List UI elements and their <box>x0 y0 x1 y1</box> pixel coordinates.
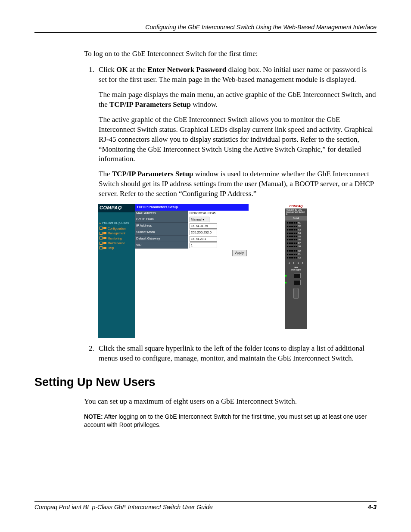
led-icon[interactable] <box>289 239 290 240</box>
led-icon[interactable] <box>292 250 293 252</box>
led-icon[interactable] <box>294 246 295 247</box>
led-icon[interactable] <box>292 222 293 224</box>
tree-item-help[interactable]: Help <box>98 246 135 250</box>
led-icon[interactable] <box>287 250 288 252</box>
led-icon[interactable] <box>294 226 295 227</box>
led-icon[interactable] <box>294 250 295 252</box>
led-icon[interactable] <box>287 222 288 224</box>
led-icon[interactable] <box>294 233 295 234</box>
led-icon[interactable] <box>296 239 297 240</box>
link-led-icon <box>285 282 286 283</box>
intro-text: To log on to the GbE Interconnect Switch… <box>84 49 377 59</box>
led-icon[interactable] <box>287 243 288 244</box>
led-icon[interactable] <box>290 233 292 234</box>
led-icon[interactable] <box>289 243 290 244</box>
led-icon[interactable] <box>290 239 292 240</box>
led-icon[interactable] <box>294 222 295 224</box>
port-num: S8 <box>298 245 301 248</box>
tree-root[interactable]: ▸ ProLiant BL p-Class <box>98 212 135 226</box>
led-icon[interactable] <box>296 233 297 234</box>
input-gateway[interactable]: 16.74.28.1 <box>190 236 217 242</box>
led-icon[interactable] <box>289 229 290 230</box>
led-icon[interactable] <box>290 246 292 247</box>
led-icon[interactable] <box>292 257 293 258</box>
footer-doc-title: Compaq ProLiant BL p-Class GbE Interconn… <box>34 504 213 510</box>
led-icon[interactable] <box>292 239 293 240</box>
led-icon[interactable] <box>290 229 292 230</box>
led-icon[interactable] <box>289 233 290 234</box>
led-icon[interactable] <box>292 233 293 234</box>
input-subnet[interactable]: 255.255.252.0 <box>190 230 217 235</box>
led-icon[interactable] <box>292 226 293 227</box>
expand-icon[interactable] <box>100 236 103 240</box>
rj45-port-icon[interactable] <box>294 273 301 278</box>
led-icon[interactable] <box>296 257 297 258</box>
led-icon[interactable] <box>292 229 293 230</box>
led-icon[interactable] <box>290 257 292 258</box>
led-icon[interactable] <box>289 254 290 255</box>
expand-icon[interactable] <box>100 232 103 235</box>
params-table: MAC Address 00:02:a5:41:01:45 Get IP Fro… <box>135 211 249 249</box>
led-icon[interactable] <box>292 254 293 255</box>
led-icon[interactable] <box>296 236 297 237</box>
led-icon[interactable] <box>289 222 290 224</box>
led-icon[interactable] <box>292 236 293 237</box>
led-icon[interactable] <box>289 236 290 237</box>
input-ip[interactable]: 16.74.31.79 <box>190 223 217 229</box>
apply-button[interactable]: Apply <box>232 250 247 256</box>
led-icon[interactable] <box>290 222 292 224</box>
step1-p2-b: window. <box>191 100 218 109</box>
tree-item-monitoring[interactable]: Monitoring <box>98 236 135 241</box>
led-icon[interactable] <box>287 254 288 255</box>
led-icon[interactable] <box>289 246 290 247</box>
switch-graphic[interactable]: COMPAQ ProLiant BL GbE Interconnect Swit… <box>285 204 307 329</box>
expand-icon[interactable] <box>100 227 103 230</box>
led-icon[interactable] <box>287 239 288 240</box>
led-icon[interactable] <box>292 246 293 247</box>
led-icon[interactable] <box>290 250 292 252</box>
led-icon[interactable] <box>287 246 288 247</box>
led-icon[interactable] <box>290 254 292 255</box>
led-icon[interactable] <box>292 243 293 244</box>
compaq-logo: COMPAQ <box>98 204 135 212</box>
led-icon[interactable] <box>287 229 288 230</box>
led-icon[interactable] <box>287 233 288 234</box>
led-icon[interactable] <box>296 254 297 255</box>
led-icon[interactable] <box>296 243 297 244</box>
row-getip: Get IP From Manual ▾ <box>135 216 249 223</box>
led-icon[interactable] <box>294 243 295 244</box>
led-icon[interactable] <box>294 257 295 258</box>
led-icon[interactable] <box>289 257 290 258</box>
led-icon[interactable] <box>287 257 288 258</box>
led-icon[interactable] <box>294 236 295 237</box>
led-icon[interactable] <box>289 226 290 227</box>
led-icon[interactable] <box>289 250 290 252</box>
input-vid[interactable]: 1 <box>190 243 217 248</box>
led-icon[interactable] <box>290 243 292 244</box>
led-icon[interactable] <box>296 226 297 227</box>
serial-port-icon[interactable] <box>293 288 299 299</box>
led-icon[interactable] <box>290 236 292 237</box>
led-row: S4 <box>287 232 305 235</box>
led-icon[interactable] <box>294 254 295 255</box>
led-icon[interactable] <box>296 222 297 224</box>
tree-item-configuration[interactable]: Configuration <box>98 226 135 231</box>
led-icon[interactable] <box>294 229 295 230</box>
tree-item-management[interactable]: Management <box>98 231 135 236</box>
led-icon[interactable] <box>287 236 288 237</box>
scale-tick: 5 <box>302 261 303 264</box>
select-getip[interactable]: Manual ▾ <box>190 217 209 222</box>
rj45-port-icon[interactable] <box>294 280 301 285</box>
led-icon[interactable] <box>287 226 288 227</box>
tree-item-maintenance[interactable]: Maintenance <box>98 241 135 246</box>
port-num: S3 <box>298 228 301 231</box>
expand-icon[interactable] <box>100 242 103 245</box>
expand-icon[interactable] <box>100 246 103 249</box>
tcpip-screenshot: COMPAQ ▸ ProLiant BL p-Class Configurati… <box>98 204 307 338</box>
led-icon[interactable] <box>296 229 297 230</box>
rj45-row <box>285 279 307 286</box>
led-icon[interactable] <box>290 226 292 227</box>
led-icon[interactable] <box>296 246 297 247</box>
led-icon[interactable] <box>296 250 297 252</box>
led-icon[interactable] <box>294 239 295 240</box>
